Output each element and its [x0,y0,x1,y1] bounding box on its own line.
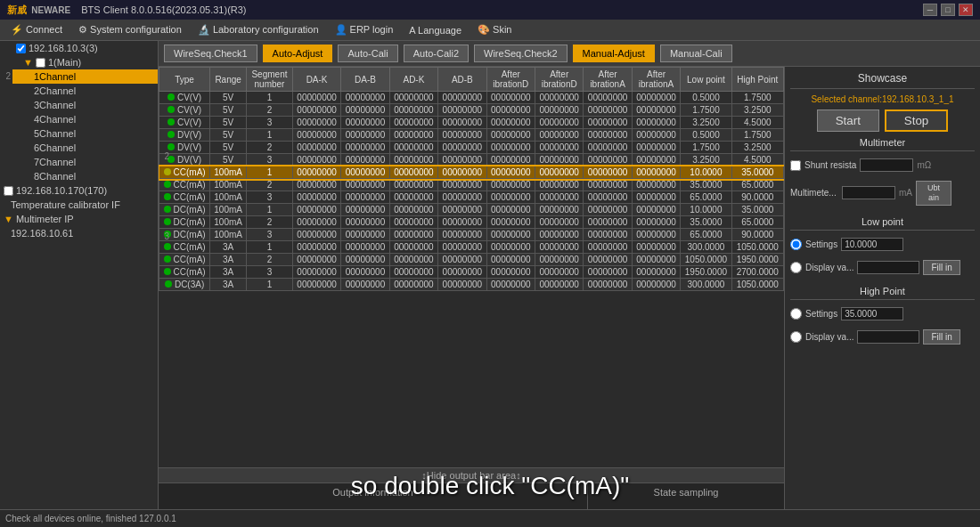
high-display-label: Display va... [805,332,853,342]
sidebar-item-device2[interactable]: 192.168.10.170(170) [0,183,158,198]
channel-label: 6Channel [34,142,76,153]
menu-language[interactable]: A Language [402,23,469,37]
menu-lab-config[interactable]: 🔬 Laboratory configuration [191,22,326,37]
state-sampling-label: State sampling [654,487,719,498]
shunt-unit: mΩ [917,160,931,170]
wireseq-check2-button[interactable]: WireSeq.Check2 [474,45,568,62]
sidebar-item-3channel[interactable]: 3Channel [12,98,158,112]
sidebar-item-2channel[interactable]: 2Channel [12,84,158,98]
wireseq-check1-button[interactable]: WireSeq.Check1 [164,45,257,62]
manual-cali-button[interactable]: Manual-Cali [660,45,732,62]
channel-label: 7Channel [34,157,76,167]
start-stop-controls: Start Stop [790,109,975,132]
manual-adjust-button[interactable]: Manual-Adjust [573,45,655,62]
table-row[interactable]: CC(mA)3A20000000000000000000000000000000… [159,254,784,266]
low-display-label: Display va... [805,263,853,272]
sidebar-item-main1[interactable]: ▼ 1(Main) [12,55,158,69]
sidebar-item-4channel[interactable]: 4Channel [12,112,158,126]
content-area: WireSeq.Check1 Auto-Adjust Auto-Cali Aut… [159,41,980,527]
channel-label: 1Channel [34,71,76,82]
multimeter-value-input[interactable] [842,186,895,199]
menu-skin[interactable]: 🎨 Skin [470,22,519,37]
close-button[interactable]: ✕ [959,4,973,16]
col-aia2: AfteribrationA [632,68,680,92]
menu-connect[interactable]: ⚡ ⚡ ConnectConnect [4,22,69,37]
table-row[interactable]: CC(mA)100mA20000000000000000000000000000… [159,179,784,191]
multimeter-label: Multimete... [790,188,838,198]
table-row[interactable]: DC(mA)100mA20000000000000000000000000000… [159,216,784,229]
table-row[interactable]: CV(V)5V200000000000000000000000000000000… [159,104,784,117]
ip-label: 192.168.10.61 [11,228,73,239]
sidebar-item-6channel[interactable]: 6Channel [12,141,158,155]
low-display-input[interactable] [857,261,919,274]
low-fill-button[interactable]: Fill in [923,260,960,275]
minimize-button[interactable]: ─ [923,4,937,16]
sidebar-item-5channel[interactable]: 5Channel [12,126,158,141]
sidebar-item-7channel[interactable]: 7Channel [12,155,158,169]
shunt-value-input[interactable] [860,158,913,172]
high-settings-label: Settings [805,309,837,319]
sidebar-item-multimeter[interactable]: ▼ Multimeter IP [0,212,158,226]
stop-button[interactable]: Stop [885,109,948,132]
maximize-button[interactable]: □ [941,4,955,16]
table-row[interactable]: CV(V)5V300000000000000000000000000000000… [159,117,784,129]
table-row[interactable]: CC(mA)3A10000000000000000000000000000000… [159,241,784,254]
auto-cali2-button[interactable]: Auto-Cali2 [404,45,469,62]
start-button[interactable]: Start [817,109,879,132]
table-row[interactable]: DV(V)5V100000000000000000000000000000000… [159,129,784,142]
sidebar-item-multimeter-ip[interactable]: 192.168.10.61 [0,226,158,240]
channel-label: 8Channel [34,171,76,182]
shunt-resistor-row: Shunt resista mΩ [790,158,975,172]
high-display-input[interactable] [857,330,919,344]
multimeter-row: Multimete... mA Ubt ain [790,181,975,206]
table-row[interactable]: CC(mA)100mA30000000000000000000000000000… [159,191,784,204]
low-display-radio[interactable] [790,262,802,273]
low-settings-row: Settings [790,238,975,251]
high-settings-input[interactable] [841,307,903,320]
calibrator-label: Temperature calibrator IF [11,199,120,210]
sidebar-item-label: 1(Main) [48,57,81,68]
high-fill-button[interactable]: Fill in [923,329,960,345]
device2-checkbox[interactable] [4,186,13,196]
high-display-radio[interactable] [790,331,802,343]
low-settings-label: Settings [805,239,837,249]
multimeter-title: Multimeter [790,137,975,151]
low-settings-input[interactable] [841,238,903,251]
titlebar-left: 新威 NEWARE BTS Client 8.0.0.516(2023.05.3… [7,4,247,17]
high-settings-radio[interactable] [790,308,802,320]
col-dab: DA-B [341,68,389,92]
sidebar-item-temp-calibrator[interactable]: Temperature calibrator IF [0,198,158,212]
main-checkbox[interactable] [36,58,45,68]
col-high: High Point [731,68,783,92]
col-low: Low point [681,68,731,92]
ubt-button[interactable]: Ubt ain [916,181,951,206]
col-aid2: AfteribrationD [535,68,583,92]
col-range: Range [210,68,247,92]
channel-label: 2Channel [34,85,76,96]
main-layout: 192.168.10.3(3) ▼ 1(Main) 2 1Channel 2Ch… [0,41,980,527]
table-row[interactable]: CC(mA)3A30000000000000000000000000000000… [159,266,784,279]
sidebar-item-8channel[interactable]: 8Channel [12,169,158,183]
sidebar-item-device1[interactable]: 192.168.10.3(3) [12,41,158,55]
table-row[interactable]: DV(V)5V200000000000000000000000000000000… [159,142,784,154]
status-bar: Check all devices online, finished 127.0… [0,509,980,527]
auto-adjust-button[interactable]: Auto-Adjust [263,45,333,62]
table-row[interactable]: DV(V)5V300000000000000000000000000000000… [159,154,784,166]
table-row[interactable]: DC(3A)3A10000000000000000000000000000000… [159,279,784,291]
low-settings-radio[interactable] [790,239,802,250]
sidebar-item-1channel[interactable]: 1Channel [12,69,158,84]
menu-system-config[interactable]: ⚙ System configuration [71,22,189,37]
table-body: CV(V)5V100000000000000000000000000000000… [159,92,784,291]
table-row[interactable]: DC(mA)100mA10000000000000000000000000000… [159,204,784,216]
hide-output-bar[interactable]: ↕Hide output bar area↕ [159,467,784,482]
device-checkbox[interactable] [16,44,26,53]
menu-erp-login[interactable]: 👤 ERP login [328,22,401,37]
shunt-label: Shunt resista [804,160,856,170]
table-row[interactable]: CV(V)5V100000000000000000000000000000000… [159,92,784,104]
data-table-container[interactable]: Type Range Segmentnumber DA-K DA-B AD-K … [159,67,784,467]
auto-cali-button[interactable]: Auto-Cali [338,45,397,62]
channel-label: 3Channel [34,100,76,110]
table-row[interactable]: CC(mA)100mA10000000000000000000000000000… [159,166,784,179]
table-row[interactable]: DC(mA)100mA30000000000000000000000000000… [159,229,784,241]
shunt-checkbox[interactable] [790,160,801,171]
